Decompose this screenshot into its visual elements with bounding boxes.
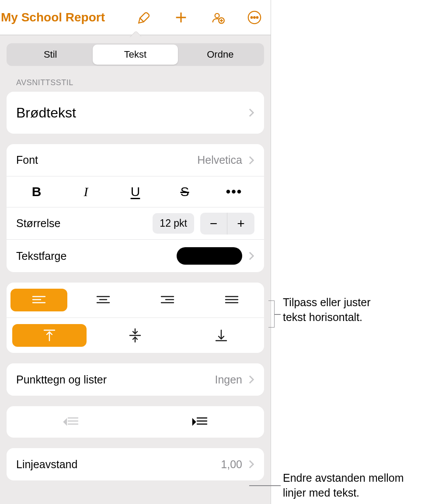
add-icon[interactable] <box>174 10 188 25</box>
chevron-right-icon <box>248 375 254 384</box>
bullets-value: Ingen <box>215 373 242 386</box>
paragraph-style-heading: AVSNITTSSTIL <box>16 78 264 87</box>
font-label: Font <box>16 154 38 166</box>
paragraph-style-value: Brødtekst <box>16 105 76 121</box>
size-increase-button[interactable]: + <box>227 213 254 235</box>
more-icon[interactable] <box>247 10 262 25</box>
paragraph-style-row[interactable]: Brødtekst <box>7 92 264 134</box>
font-row[interactable]: Font Helvetica <box>7 144 264 176</box>
align-top-button[interactable] <box>7 324 92 347</box>
align-center-button[interactable] <box>71 289 135 311</box>
text-color-label: Tekstfarge <box>16 250 66 262</box>
underline-button[interactable]: U <box>118 184 153 199</box>
bullets-label: Punkttegn og lister <box>16 373 107 386</box>
svg-point-2 <box>215 13 219 17</box>
line-spacing-row[interactable]: Linjeavstand 1,00 <box>7 448 264 480</box>
bullets-lists-row[interactable]: Punkttegn og lister Ingen <box>7 363 264 396</box>
format-brush-icon[interactable] <box>137 10 152 25</box>
callout-line-spacing: Endre avstanden mellom linjer med tekst. <box>283 471 404 501</box>
align-justify-button[interactable] <box>200 289 264 311</box>
size-value[interactable]: 12 pkt <box>153 213 194 234</box>
callout-horizontal-align: Tilpass eller juster tekst horisontalt. <box>283 295 371 325</box>
indent-row <box>7 406 264 438</box>
increase-indent-button[interactable] <box>136 416 264 428</box>
document-title[interactable]: My School Report <box>1 10 137 24</box>
text-color-swatch[interactable] <box>177 247 242 265</box>
collaborate-icon[interactable] <box>210 10 225 25</box>
vertical-align-row <box>7 318 264 353</box>
italic-button[interactable]: I <box>69 184 104 199</box>
line-spacing-value: 1,00 <box>221 458 242 471</box>
strikethrough-button[interactable]: S <box>167 184 202 199</box>
more-text-options-button[interactable]: ••• <box>217 184 252 199</box>
format-tabs: Stil Tekst Ordne <box>7 43 264 66</box>
align-middle-button[interactable] <box>92 324 178 347</box>
svg-point-9 <box>257 17 258 18</box>
chevron-right-icon <box>248 251 254 261</box>
size-decrease-button[interactable]: − <box>200 213 227 235</box>
tab-arrange[interactable]: Ordne <box>178 45 263 65</box>
size-label: Størrelse <box>16 217 60 230</box>
align-left-button[interactable] <box>7 289 71 311</box>
line-spacing-label: Linjeavstand <box>16 458 77 471</box>
text-color-row[interactable]: Tekstfarge <box>7 240 264 272</box>
chevron-right-icon <box>248 459 254 469</box>
toolbar: My School Report <box>0 0 271 35</box>
chevron-right-icon <box>248 155 254 165</box>
align-right-button[interactable] <box>136 289 200 311</box>
svg-point-8 <box>254 17 255 18</box>
callout-leader <box>275 314 281 315</box>
callout-bracket <box>268 300 275 328</box>
format-panel: Stil Tekst Ordne AVSNITTSSTIL Brødtekst … <box>0 35 271 504</box>
popover-arrow <box>130 31 141 37</box>
tab-style[interactable]: Stil <box>8 45 93 65</box>
font-value: Helvetica <box>197 154 242 166</box>
callout-leader <box>249 485 281 486</box>
size-stepper: − + <box>200 213 254 235</box>
align-bottom-button[interactable] <box>178 324 264 347</box>
horizontal-align-row <box>7 283 264 318</box>
bold-button[interactable]: B <box>19 184 54 199</box>
svg-point-7 <box>251 17 253 18</box>
font-style-row: B I U S ••• <box>7 176 264 207</box>
tab-text[interactable]: Tekst <box>93 45 177 65</box>
chevron-right-icon <box>248 108 254 117</box>
decrease-indent-button[interactable] <box>7 416 136 428</box>
size-row: Størrelse 12 pkt − + <box>7 207 264 240</box>
